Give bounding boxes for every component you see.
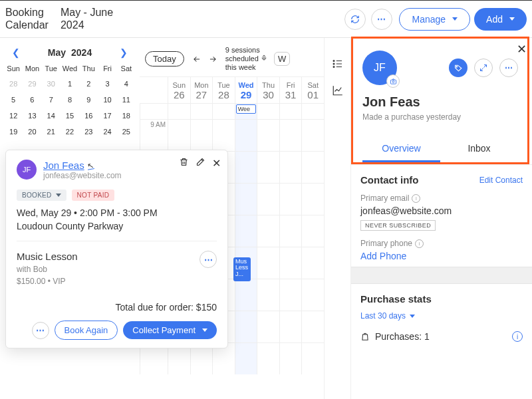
mini-cal-day-out[interactable]: 30 <box>42 78 61 90</box>
time-slot[interactable] <box>257 183 279 215</box>
mini-cal-day[interactable]: 23 <box>79 126 98 138</box>
delete-button[interactable] <box>179 157 189 167</box>
mini-cal-day[interactable]: 22 <box>61 126 79 138</box>
time-slot[interactable] <box>279 183 302 215</box>
close-popover-button[interactable]: ✕ <box>212 157 221 170</box>
time-slot[interactable] <box>301 279 324 311</box>
prev-week-button[interactable] <box>191 55 203 64</box>
mini-cal-day[interactable]: 1 <box>61 78 79 90</box>
mini-cal-day[interactable]: 6 <box>23 94 41 106</box>
mini-cal-day[interactable]: 12 <box>4 110 23 122</box>
mini-cal-day[interactable]: 16 <box>79 110 98 122</box>
mini-cal-day[interactable]: 25 <box>117 126 136 138</box>
time-slot[interactable] <box>301 215 324 247</box>
mini-cal-day[interactable]: 14 <box>42 110 61 122</box>
week-day-header[interactable]: Wed29 <box>235 77 257 103</box>
time-slot[interactable] <box>257 247 279 279</box>
week-day-header[interactable]: Sun26 <box>168 77 190 103</box>
next-week-button[interactable] <box>207 55 219 64</box>
info-icon[interactable]: i <box>415 239 424 248</box>
close-panel-button[interactable]: ✕ <box>517 42 527 57</box>
list-icon[interactable] <box>332 58 344 70</box>
time-slot[interactable] <box>279 311 302 342</box>
analytics-icon[interactable] <box>332 84 344 96</box>
mini-cal-day[interactable]: 19 <box>4 126 23 138</box>
time-slot[interactable] <box>279 279 302 311</box>
time-slot[interactable] <box>301 119 324 151</box>
prev-month-button[interactable]: ❮ <box>9 47 23 58</box>
time-slot[interactable] <box>279 119 302 151</box>
next-month-button[interactable]: ❯ <box>117 47 130 58</box>
week-day-header[interactable]: Fri31 <box>279 77 302 103</box>
mini-cal-day[interactable]: 15 <box>61 110 79 122</box>
info-icon[interactable]: i <box>412 194 420 203</box>
time-slot[interactable] <box>190 119 213 151</box>
add-phone-link[interactable]: Add Phone <box>360 251 523 261</box>
info-icon[interactable]: i <box>512 331 523 342</box>
time-slot[interactable] <box>301 183 324 215</box>
edit-button[interactable] <box>196 157 205 167</box>
mini-cal-day[interactable]: 21 <box>42 126 61 138</box>
more-contact-button[interactable]: ⋯ <box>499 59 518 77</box>
mini-cal-day[interactable]: 18 <box>117 110 136 122</box>
calendar-event[interactable]: Mus Less J... <box>233 257 251 281</box>
customer-name-link[interactable]: Jon Feas ↖ <box>43 160 94 171</box>
mini-cal-day[interactable]: 8 <box>61 94 79 106</box>
edit-contact-link[interactable]: Edit Contact <box>479 176 523 185</box>
time-slot[interactable] <box>301 247 324 279</box>
time-slot[interactable] <box>235 279 257 311</box>
more-button[interactable]: ⋯ <box>371 9 392 30</box>
time-slot[interactable] <box>257 119 279 151</box>
mini-cal-day-out[interactable]: 28 <box>4 78 23 90</box>
time-slot[interactable] <box>257 215 279 247</box>
time-slot[interactable] <box>235 183 257 215</box>
tab-overview[interactable]: Overview <box>362 136 440 162</box>
add-button[interactable]: Add <box>474 8 527 31</box>
popover-more-button[interactable]: ⋯ <box>32 322 49 339</box>
week-day-header[interactable]: Tue28 <box>212 77 235 103</box>
time-slot[interactable] <box>168 119 190 151</box>
time-slot[interactable] <box>212 119 235 151</box>
time-slot[interactable] <box>279 215 302 247</box>
mini-cal-day[interactable]: 3 <box>98 78 116 90</box>
mini-cal-day[interactable]: 13 <box>23 110 41 122</box>
allday-event[interactable]: Wee <box>236 104 257 114</box>
time-slot[interactable] <box>235 311 257 342</box>
today-button[interactable]: Today <box>145 51 184 66</box>
week-day-header[interactable]: Thu30 <box>257 77 279 103</box>
mini-cal-day[interactable]: 9 <box>79 94 98 106</box>
time-slot[interactable] <box>257 151 279 183</box>
time-slot[interactable] <box>279 151 302 183</box>
time-slot[interactable] <box>279 342 302 374</box>
week-day-header[interactable]: Mon27 <box>190 77 213 103</box>
time-slot[interactable] <box>235 342 257 374</box>
week-day-header[interactable]: Sat01 <box>301 77 324 103</box>
mini-cal-day[interactable]: 10 <box>98 94 116 106</box>
tab-inbox[interactable]: Inbox <box>440 136 518 162</box>
time-slot[interactable] <box>301 311 324 342</box>
camera-icon[interactable] <box>386 74 400 88</box>
time-slot[interactable] <box>301 342 324 374</box>
time-slot[interactable] <box>257 342 279 374</box>
refresh-button[interactable] <box>344 9 366 30</box>
mini-cal-day-out[interactable]: 29 <box>23 78 41 90</box>
time-slot[interactable] <box>235 151 257 183</box>
mini-cal-day[interactable]: 2 <box>79 78 98 90</box>
mini-cal-day[interactable]: 11 <box>117 94 136 106</box>
time-slot[interactable] <box>301 151 324 183</box>
mini-cal-day[interactable]: 4 <box>117 78 136 90</box>
mini-cal-day[interactable]: 17 <box>98 110 116 122</box>
tag-button[interactable] <box>449 59 467 77</box>
mini-cal-day[interactable]: 7 <box>42 94 61 106</box>
collect-payment-button[interactable]: Collect Payment <box>123 321 217 339</box>
status-badge-booked[interactable]: BOOKED <box>17 190 66 201</box>
mini-cal-day[interactable]: 5 <box>4 94 23 106</box>
contact-avatar[interactable]: JF <box>362 51 397 85</box>
time-slot[interactable]: 9 AM <box>140 119 168 151</box>
mini-cal-day[interactable]: 20 <box>23 126 41 138</box>
book-again-button[interactable]: Book Again <box>55 321 118 340</box>
expand-button[interactable] <box>474 59 493 77</box>
time-slot[interactable] <box>235 215 257 247</box>
date-filter[interactable]: Last 30 days <box>360 311 415 321</box>
time-slot[interactable] <box>279 247 302 279</box>
